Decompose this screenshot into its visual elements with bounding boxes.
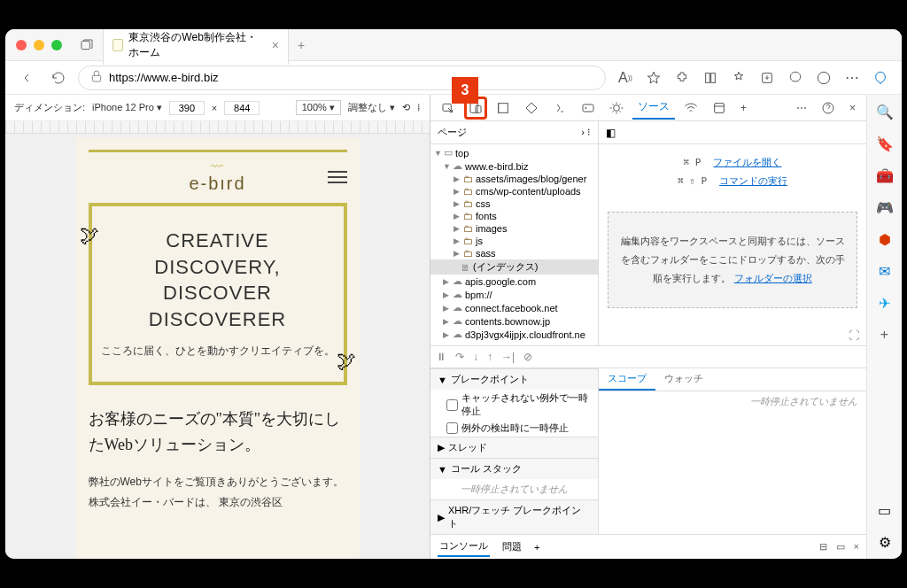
width-input[interactable] — [169, 101, 205, 115]
hamburger-icon[interactable] — [328, 167, 347, 187]
pause-icon[interactable]: ⏸ — [436, 351, 446, 363]
hero-title: CREATIVE DISCOVERY, DISCOVER DISCOVERER — [101, 228, 335, 333]
workspace-dropzone[interactable]: 編集内容をワークスペースと同期するには、ソースを含むフォルダーをここにドロップす… — [608, 212, 857, 308]
hero-subtitle: こころに届く、ひとを動かすクリエイティブを。 — [101, 342, 335, 361]
close-window[interactable] — [16, 40, 27, 50]
threads-header[interactable]: ▶スレッド — [430, 437, 598, 458]
extensions-icon[interactable] — [670, 66, 694, 90]
new-tab-button[interactable]: + — [298, 38, 305, 52]
elements-icon[interactable] — [519, 97, 544, 119]
xhr-header[interactable]: ▶XHR/フェッチ ブレークポイント — [430, 499, 598, 534]
drawer-close-icon[interactable]: × — [854, 541, 859, 553]
annotation-callout: 3 — [452, 77, 478, 104]
outlook-icon[interactable]: ✉ — [875, 261, 895, 281]
tools-icon[interactable]: 🧰 — [875, 166, 895, 185]
console-tab-icon[interactable] — [547, 97, 572, 119]
drawer-icon[interactable]: ▭ — [836, 541, 845, 553]
welcome-icon[interactable] — [491, 97, 516, 119]
step-out-icon[interactable]: ↑ — [487, 351, 492, 363]
screenshot-icon[interactable]: ⁞ — [417, 102, 421, 113]
issues-tab[interactable]: 問題 — [500, 538, 523, 556]
select-folder-link[interactable]: フォルダーの選択 — [734, 273, 812, 283]
step-over-icon[interactable]: ↷ — [455, 351, 464, 363]
open-file-link[interactable]: ファイルを開く — [713, 156, 781, 169]
add-drawer-icon[interactable]: + — [534, 542, 539, 553]
deactivate-bp-icon[interactable]: ⊘ — [523, 351, 532, 363]
profile-icon[interactable] — [811, 66, 836, 90]
tabs-icon[interactable] — [78, 36, 96, 54]
hero-box: 🕊 CREATIVE DISCOVERY, DISCOVER DISCOVERE… — [89, 203, 347, 385]
copilot-icon[interactable] — [868, 66, 893, 90]
hide-sidebar-icon[interactable]: ▭ — [875, 500, 895, 520]
run-command-link[interactable]: コマンドの実行 — [719, 174, 787, 188]
back-button[interactable] — [14, 66, 39, 90]
games-icon[interactable]: 🎮 — [875, 197, 895, 217]
wifi-icon[interactable] — [678, 97, 703, 119]
device-select[interactable]: iPhone 12 Pro ▾ — [92, 102, 162, 113]
tab-close-icon[interactable]: × — [272, 38, 279, 52]
svg-point-5 — [818, 72, 829, 83]
expand-icon[interactable]: ⛶ — [599, 326, 866, 345]
svg-rect-10 — [583, 104, 593, 112]
sources-tab[interactable]: ソース — [632, 96, 675, 120]
drawer-icon[interactable]: ⊟ — [819, 541, 827, 553]
minimize-window[interactable] — [34, 40, 44, 50]
close-devtools-icon[interactable]: × — [844, 98, 861, 118]
console-tab[interactable]: コンソール — [438, 537, 490, 557]
downloads-icon[interactable] — [755, 66, 779, 90]
file-tree[interactable]: ▼▭top ▼☁www.e-bird.biz ▶🗀assets/images/b… — [430, 144, 598, 345]
performance-icon[interactable] — [783, 66, 808, 90]
maximize-window[interactable] — [51, 40, 62, 50]
collections-icon[interactable] — [698, 66, 723, 90]
pause-uncaught-checkbox[interactable] — [446, 399, 458, 411]
rotate-icon[interactable]: ⟲ — [402, 102, 410, 113]
scope-tab[interactable]: スコープ — [599, 368, 655, 391]
shopping-icon[interactable]: 🔖 — [875, 134, 895, 153]
callstack-header[interactable]: ▼コール スタック — [430, 458, 598, 479]
more-icon[interactable]: ⋯ — [791, 98, 812, 118]
more-tabs-icon[interactable]: + — [735, 98, 752, 118]
pause-caught-checkbox[interactable] — [446, 422, 458, 434]
breakpoints-pane: ▼ブレークポイント キャッチされない例外で一時停止 例外の検出時に一時停止 ▶ス… — [430, 368, 599, 534]
sidebar-toggle-icon[interactable]: ◧ — [606, 127, 616, 139]
scope-empty: 一時停止されていません — [599, 391, 866, 412]
settings-icon[interactable]: ⚙ — [875, 532, 895, 552]
bird-icon: 🕊 — [337, 350, 356, 373]
help-icon[interactable] — [816, 97, 841, 119]
debug-icon[interactable] — [604, 97, 629, 119]
drop-icon[interactable]: ✈ — [875, 293, 895, 313]
breakpoints-header[interactable]: ▼ブレークポイント — [430, 368, 598, 390]
app-icon[interactable] — [707, 97, 732, 119]
height-input[interactable] — [224, 101, 260, 115]
page-nav-tab[interactable]: ページ › ⁝ — [430, 121, 598, 144]
phone-frame[interactable]: 〰 e-bırd 🕊 CREATIVE DISCOVERY, DISCOVER … — [76, 137, 360, 559]
network-icon[interactable] — [576, 97, 601, 119]
dimension-toolbar: ディメンション: iPhone 12 Pro ▾ × 100% ▾ 調整なし ▾… — [5, 95, 430, 121]
add-sidebar-icon[interactable]: + — [875, 325, 895, 344]
scope-pane: スコープ ウォッチ 一時停止されていません — [599, 368, 866, 534]
office-icon[interactable]: ⬢ — [875, 229, 895, 249]
sources-editor: ◧ ⌘ Pファイルを開く ⌘ ⇧ Pコマンドの実行 編集内容をワークスペースと同… — [599, 121, 866, 345]
search-icon[interactable]: 🔍 — [875, 102, 895, 121]
editor-toolbar: ◧ — [599, 121, 866, 144]
step-icon[interactable]: →| — [501, 351, 515, 363]
svg-rect-3 — [711, 73, 716, 82]
browser-tab[interactable]: 東京渋谷のWeb制作会社・ホーム × — [103, 29, 289, 65]
step-into-icon[interactable]: ↓ — [473, 351, 478, 363]
favorites-bar-icon[interactable] — [726, 66, 751, 90]
favicon — [112, 39, 123, 51]
menu-icon[interactable]: ⋯ — [840, 66, 864, 90]
refresh-button[interactable] — [46, 66, 71, 90]
read-aloud-icon[interactable]: A)) — [613, 66, 638, 90]
window-controls — [16, 40, 62, 50]
console-drawer: コンソール 問題 + ⊟ ▭ × — [430, 534, 866, 559]
sources-sidebar: ページ › ⁝ ▼▭top ▼☁www.e-bird.biz ▶🗀assets/… — [430, 121, 599, 345]
zoom-select[interactable]: 100% ▾ — [296, 100, 341, 115]
throttle-select[interactable]: 調整なし ▾ — [348, 101, 395, 114]
url-field[interactable]: https://www.e-bird.biz — [78, 66, 606, 90]
rendered-page: 〰 e-bırd 🕊 CREATIVE DISCOVERY, DISCOVER … — [5, 134, 430, 559]
dimension-label: ディメンション: — [14, 101, 85, 114]
toolbar-icons: A)) ⋯ — [613, 66, 893, 90]
watch-tab[interactable]: ウォッチ — [655, 368, 712, 391]
favorite-icon[interactable] — [641, 66, 666, 90]
